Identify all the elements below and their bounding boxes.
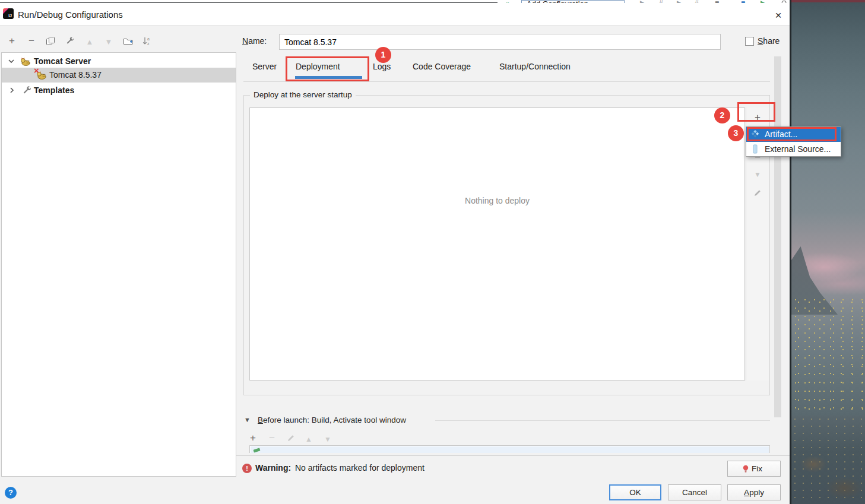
warning-icon: ! [242, 464, 252, 473]
fix-button[interactable]: Fix [727, 461, 781, 477]
chevron-down-icon[interactable] [8, 58, 15, 65]
before-launch-down-icon[interactable]: ▼ [322, 433, 334, 445]
move-down-icon[interactable]: ▼ [103, 36, 115, 48]
tomcat-broken-icon: × [36, 70, 46, 80]
before-launch-separator [435, 420, 770, 421]
before-launch-add-icon[interactable]: + [247, 432, 259, 444]
remove-configuration-icon[interactable]: − [26, 35, 37, 47]
deploy-list[interactable]: Nothing to deploy [249, 107, 745, 381]
cancel-button[interactable]: Cancel [668, 484, 721, 500]
annotation-step-1: 1 [375, 47, 391, 63]
menu-item-external-source[interactable]: External Source... [746, 142, 841, 157]
svg-text:a: a [147, 37, 150, 41]
invalid-config-x-icon: × [34, 66, 39, 75]
intellij-logo-icon: IJ [3, 8, 14, 19]
configurations-tree: Tomcat Server × Tomcat 8.5.37 Templates [1, 52, 236, 477]
sort-alphabetically-icon[interactable]: a z [141, 35, 153, 47]
before-launch-edit-pencil-icon[interactable] [285, 432, 297, 444]
wallpaper-water [791, 416, 865, 504]
before-launch-remove-icon[interactable]: − [266, 432, 278, 444]
deploy-group-label: Deploy at the server startup [250, 90, 356, 99]
svg-text:z: z [147, 42, 150, 46]
tree-item-templates[interactable]: Templates [2, 83, 236, 98]
before-launch-up-icon[interactable]: ▲ [303, 433, 315, 445]
tab-startup-connection[interactable]: Startup/Connection [499, 62, 571, 75]
menu-item-label: External Source... [765, 142, 831, 157]
tree-item-label: Tomcat Server [34, 54, 91, 69]
annotation-step-3: 3 [728, 125, 744, 141]
dialog-title: Run/Debug Configurations [18, 9, 123, 20]
window-top-edge [791, 0, 865, 2]
warning-label: Warning: [255, 463, 291, 473]
move-artifact-down-icon[interactable]: ▼ [752, 169, 763, 180]
tab-server[interactable]: Server [252, 62, 277, 75]
share-label: Share [758, 36, 780, 46]
tab-code-coverage[interactable]: Code Coverage [413, 62, 471, 75]
move-up-icon[interactable]: ▲ [84, 36, 96, 48]
build-hammer-icon [253, 448, 260, 452]
apply-button[interactable]: Apply [727, 484, 781, 500]
before-launch-list[interactable] [249, 445, 770, 453]
chevron-right-icon[interactable] [8, 87, 15, 94]
name-input[interactable] [279, 34, 721, 50]
external-source-icon [750, 144, 760, 154]
close-icon[interactable]: × [771, 8, 786, 23]
tree-item-label: Templates [34, 83, 74, 98]
annotation-box-artifact-item [747, 127, 837, 141]
fix-bulb-icon [741, 464, 750, 474]
edit-defaults-wrench-icon[interactable] [64, 35, 76, 47]
tree-item-tomcat-8537[interactable]: × Tomcat 8.5.37 [2, 68, 236, 83]
annotation-step-2: 2 [714, 107, 730, 123]
before-launch-task-row[interactable] [251, 446, 769, 453]
empty-list-text: Nothing to deploy [250, 196, 744, 205]
name-label: Name: [242, 36, 267, 46]
bottom-separator [236, 455, 790, 456]
edit-artifact-pencil-icon[interactable] [752, 188, 763, 200]
wallpaper-vegetation [791, 297, 865, 424]
tomcat-icon [20, 56, 30, 66]
before-launch-collapse-icon[interactable]: ▼ [244, 416, 251, 423]
add-configuration-icon[interactable]: + [6, 35, 18, 47]
tab-logs[interactable]: Logs [373, 62, 391, 75]
warning-message: No artifacts marked for deployment [295, 463, 424, 473]
share-checkbox[interactable] [745, 37, 754, 46]
templates-wrench-icon [22, 85, 32, 96]
tree-item-label: Tomcat 8.5.37 [49, 68, 102, 83]
ok-button-label: OK [610, 486, 660, 499]
cancel-button-label: Cancel [668, 485, 721, 500]
tabs-separator [243, 81, 770, 82]
annotation-box-deployment-tab [286, 56, 369, 81]
before-launch-label: Before launch: Build, Activate tool wind… [258, 416, 406, 424]
apply-button-label: Apply [728, 485, 780, 500]
annotation-box-add-button [737, 102, 775, 122]
new-folder-icon[interactable] [122, 35, 134, 47]
copy-configuration-icon[interactable] [45, 35, 56, 47]
help-icon[interactable]: ? [5, 487, 17, 499]
ok-button[interactable]: OK [609, 484, 661, 500]
